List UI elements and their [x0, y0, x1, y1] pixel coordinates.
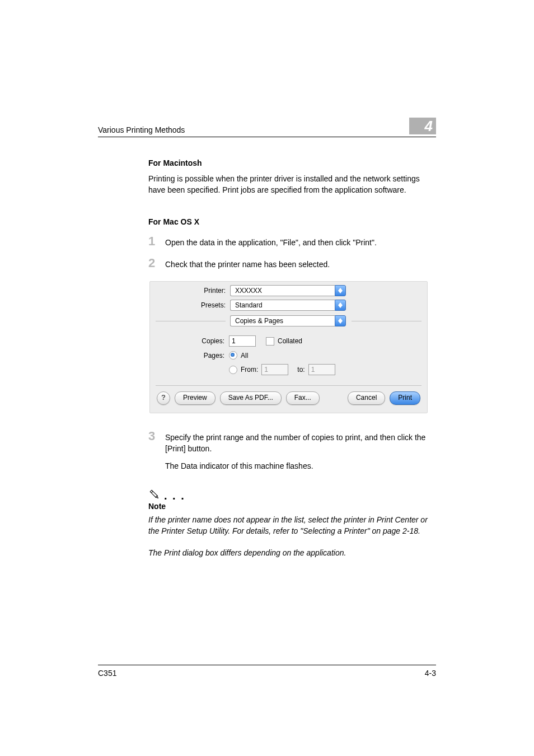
page: Various Printing Methods 4 For Macintosh… — [0, 0, 534, 756]
pages-to-label: to: — [297, 366, 305, 374]
presets-select[interactable]: Standard — [230, 300, 346, 311]
note-text-2: The Print dialog box differs depending o… — [148, 547, 436, 558]
step-3-subtext: The Data indicator of this machine flash… — [165, 460, 436, 472]
printer-select[interactable]: XXXXXX — [230, 285, 346, 296]
ellipsis-icon: . . . — [164, 493, 185, 501]
collated-label: Collated — [278, 337, 302, 345]
pages-from-radio[interactable] — [229, 366, 237, 374]
svg-marker-1 — [338, 291, 343, 293]
printer-select-value: XXXXXX — [230, 285, 335, 296]
pages-to-input[interactable]: 1 — [308, 364, 335, 375]
updown-icon — [335, 300, 346, 311]
printer-label: Printer: — [156, 287, 230, 295]
note-text-1: If the printer name does not appear in t… — [148, 514, 436, 537]
page-footer: C351 4-3 — [98, 665, 436, 678]
collated-checkbox[interactable] — [266, 337, 274, 346]
dialog-footer: ? Preview Save As PDF... Fax... Cancel P… — [150, 391, 427, 407]
divider — [156, 385, 421, 386]
svg-marker-5 — [338, 321, 343, 324]
pages-all-label: All — [241, 352, 248, 360]
updown-icon — [335, 285, 346, 296]
step-number: 1 — [148, 235, 165, 248]
step-3: 3 Specify the print range and the number… — [148, 430, 436, 455]
step-1: 1 Open the data in the application, "Fil… — [148, 235, 436, 248]
cancel-button[interactable]: Cancel — [348, 391, 385, 405]
heading-for-macintosh: For Macintosh — [148, 158, 436, 167]
fax-button[interactable]: Fax... — [286, 391, 320, 405]
note-block: . . . Note If the printer name does not … — [148, 488, 436, 558]
pages-from-input[interactable]: 1 — [261, 364, 288, 375]
paragraph-for-macintosh: Printing is possible when the printer dr… — [148, 173, 436, 196]
presets-label: Presets: — [156, 301, 230, 309]
pages-label: Pages: — [161, 352, 229, 360]
step-text: Specify the print range and the number o… — [165, 430, 436, 455]
panel-select[interactable]: Copies & Pages — [230, 315, 346, 326]
svg-marker-3 — [338, 305, 343, 308]
page-header: Various Printing Methods 4 — [98, 118, 436, 137]
preview-button[interactable]: Preview — [175, 391, 216, 405]
pages-from-label: From: — [241, 366, 258, 374]
step-number: 3 — [148, 430, 165, 442]
step-text: Open the data in the application, "File"… — [165, 235, 436, 248]
pages-all-radio[interactable] — [229, 351, 237, 360]
svg-marker-7 — [156, 496, 159, 499]
panel-select-value: Copies & Pages — [230, 315, 335, 326]
header-title: Various Printing Methods — [98, 125, 185, 134]
presets-select-value: Standard — [230, 300, 335, 311]
pencil-icon — [148, 488, 161, 501]
step-2: 2 Check that the printer name has been s… — [148, 257, 436, 270]
step-number: 2 — [148, 257, 165, 269]
svg-line-8 — [151, 491, 153, 493]
divider: Copies & Pages — [150, 311, 427, 326]
svg-rect-6 — [150, 490, 157, 497]
footer-model: C351 — [98, 669, 116, 678]
copies-input[interactable]: 1 — [229, 335, 256, 347]
chapter-number: 4 — [409, 118, 436, 134]
save-as-pdf-button[interactable]: Save As PDF... — [220, 391, 282, 405]
updown-icon — [335, 315, 346, 326]
help-button[interactable]: ? — [157, 391, 170, 405]
step-text: Check that the printer name has been sel… — [165, 257, 436, 270]
print-dialog: Printer: XXXXXX Presets: Standard — [149, 281, 428, 413]
note-heading: Note — [148, 502, 436, 511]
footer-page-number: 4-3 — [425, 669, 436, 678]
copies-label: Copies: — [161, 337, 229, 345]
heading-for-mac-os-x: For Mac OS X — [148, 217, 436, 226]
print-button[interactable]: Print — [390, 391, 420, 405]
